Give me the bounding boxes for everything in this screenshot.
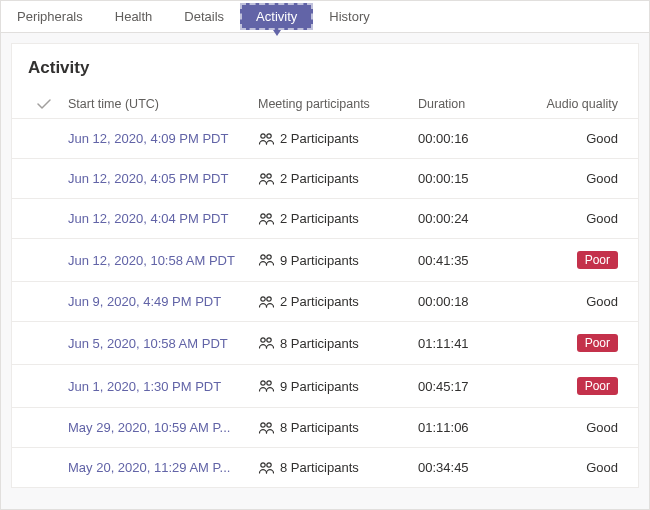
participants-text: 9 Participants (280, 253, 359, 268)
activity-panel: Activity Start time (UTC) Meeting partic… (11, 43, 639, 488)
svg-point-13 (267, 381, 271, 385)
audio-quality-cell: Poor (528, 377, 630, 395)
col-start-time[interactable]: Start time (UTC) (68, 97, 258, 111)
table-body: Jun 12, 2020, 4:09 PM PDT2 Participants0… (12, 119, 638, 487)
audio-quality-cell: Poor (528, 334, 630, 352)
participants-cell: 8 Participants (258, 460, 418, 475)
table-row[interactable]: Jun 5, 2020, 10:58 AM PDT8 Participants0… (12, 322, 638, 365)
tab-details[interactable]: Details (168, 1, 240, 32)
svg-point-17 (267, 462, 271, 466)
participants-cell: 2 Participants (258, 294, 418, 309)
table-row[interactable]: Jun 9, 2020, 4:49 PM PDT2 Participants00… (12, 282, 638, 322)
svg-point-1 (267, 133, 271, 137)
participants-text: 2 Participants (280, 171, 359, 186)
participants-text: 2 Participants (280, 294, 359, 309)
participants-text: 8 Participants (280, 460, 359, 475)
participants-cell: 2 Participants (258, 131, 418, 146)
tab-peripherals[interactable]: Peripherals (1, 1, 99, 32)
audio-quality-cell: Good (528, 131, 630, 146)
participants-text: 8 Participants (280, 420, 359, 435)
svg-point-16 (261, 462, 265, 466)
tab-history[interactable]: History (313, 1, 385, 32)
participants-text: 9 Participants (280, 379, 359, 394)
svg-point-4 (261, 213, 265, 217)
start-time-link[interactable]: Jun 12, 2020, 4:05 PM PDT (68, 171, 228, 186)
duration-cell: 01:11:41 (418, 336, 528, 351)
participants-icon (258, 379, 274, 393)
table-header: Start time (UTC) Meeting participants Du… (12, 90, 638, 119)
audio-quality-good: Good (586, 460, 618, 475)
svg-point-8 (261, 296, 265, 300)
tab-bar: PeripheralsHealthDetailsActivityHistory (1, 1, 649, 33)
duration-cell: 00:00:18 (418, 294, 528, 309)
audio-quality-good: Good (586, 420, 618, 435)
svg-point-7 (267, 255, 271, 259)
duration-cell: 01:11:06 (418, 420, 528, 435)
table-row[interactable]: May 20, 2020, 11:29 AM P...8 Participant… (12, 448, 638, 487)
participants-cell: 9 Participants (258, 253, 418, 268)
audio-quality-cell: Good (528, 171, 630, 186)
svg-point-6 (261, 255, 265, 259)
start-time-link[interactable]: Jun 1, 2020, 1:30 PM PDT (68, 379, 221, 394)
svg-point-14 (261, 422, 265, 426)
audio-quality-badge-poor: Poor (577, 334, 618, 352)
audio-quality-cell: Poor (528, 251, 630, 269)
audio-quality-cell: Good (528, 460, 630, 475)
table-row[interactable]: Jun 12, 2020, 4:09 PM PDT2 Participants0… (12, 119, 638, 159)
participants-text: 2 Participants (280, 131, 359, 146)
duration-cell: 00:34:45 (418, 460, 528, 475)
check-icon (36, 96, 52, 112)
svg-point-2 (261, 173, 265, 177)
select-all[interactable] (20, 96, 68, 112)
svg-point-15 (267, 422, 271, 426)
table-row[interactable]: May 29, 2020, 10:59 AM P...8 Participant… (12, 408, 638, 448)
start-time-link[interactable]: May 20, 2020, 11:29 AM P... (68, 460, 230, 475)
panel-title: Activity (12, 44, 638, 90)
audio-quality-good: Good (586, 131, 618, 146)
audio-quality-good: Good (586, 211, 618, 226)
participants-cell: 2 Participants (258, 211, 418, 226)
start-time-link[interactable]: Jun 12, 2020, 4:04 PM PDT (68, 211, 228, 226)
duration-cell: 00:00:16 (418, 131, 528, 146)
start-time-link[interactable]: Jun 12, 2020, 10:58 AM PDT (68, 253, 235, 268)
start-time-link[interactable]: Jun 12, 2020, 4:09 PM PDT (68, 131, 228, 146)
col-participants[interactable]: Meeting participants (258, 97, 418, 111)
participants-icon (258, 172, 274, 186)
start-time-link[interactable]: Jun 9, 2020, 4:49 PM PDT (68, 294, 221, 309)
participants-text: 8 Participants (280, 336, 359, 351)
audio-quality-cell: Good (528, 420, 630, 435)
svg-point-10 (261, 338, 265, 342)
svg-point-9 (267, 296, 271, 300)
audio-quality-good: Good (586, 171, 618, 186)
duration-cell: 00:45:17 (418, 379, 528, 394)
svg-point-5 (267, 213, 271, 217)
svg-point-3 (267, 173, 271, 177)
duration-cell: 00:41:35 (418, 253, 528, 268)
tab-activity[interactable]: Activity (240, 3, 313, 30)
duration-cell: 00:00:15 (418, 171, 528, 186)
audio-quality-cell: Good (528, 211, 630, 226)
participants-icon (258, 212, 274, 226)
participants-cell: 8 Participants (258, 336, 418, 351)
start-time-link[interactable]: May 29, 2020, 10:59 AM P... (68, 420, 230, 435)
col-duration[interactable]: Duration (418, 97, 528, 111)
svg-point-0 (261, 133, 265, 137)
participants-icon (258, 253, 274, 267)
tab-health[interactable]: Health (99, 1, 169, 32)
participants-cell: 9 Participants (258, 379, 418, 394)
table-row[interactable]: Jun 1, 2020, 1:30 PM PDT9 Participants00… (12, 365, 638, 408)
table-row[interactable]: Jun 12, 2020, 4:04 PM PDT2 Participants0… (12, 199, 638, 239)
duration-cell: 00:00:24 (418, 211, 528, 226)
participants-cell: 8 Participants (258, 420, 418, 435)
participants-icon (258, 336, 274, 350)
svg-point-11 (267, 338, 271, 342)
table-row[interactable]: Jun 12, 2020, 10:58 AM PDT9 Participants… (12, 239, 638, 282)
participants-icon (258, 421, 274, 435)
col-audio-quality[interactable]: Audio quality (528, 97, 630, 111)
table-row[interactable]: Jun 12, 2020, 4:05 PM PDT2 Participants0… (12, 159, 638, 199)
participants-icon (258, 132, 274, 146)
participants-cell: 2 Participants (258, 171, 418, 186)
audio-quality-badge-poor: Poor (577, 377, 618, 395)
participants-icon (258, 461, 274, 475)
start-time-link[interactable]: Jun 5, 2020, 10:58 AM PDT (68, 336, 228, 351)
